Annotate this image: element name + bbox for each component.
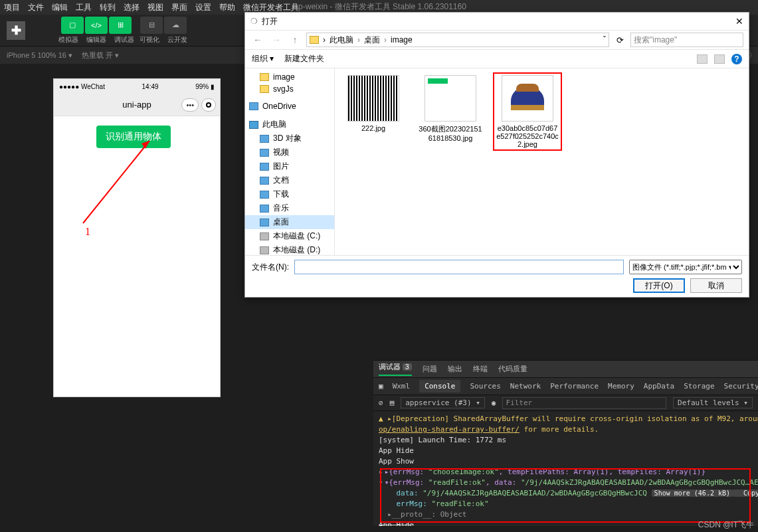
tree-item[interactable]: 视频 xyxy=(245,145,334,159)
tree-label: 此电脑 xyxy=(262,119,286,130)
tree-item[interactable]: 此电脑 xyxy=(245,118,334,132)
tree-item[interactable]: 音乐 xyxy=(245,201,334,215)
up-button[interactable]: ↑ xyxy=(288,35,302,45)
file-grid[interactable]: 222.jpg360截图20230215161818530.jpge30ab0c… xyxy=(335,68,749,255)
carrier-label: ●●●●● WeChat xyxy=(59,83,105,90)
annotation-box-3 xyxy=(380,468,751,523)
tree-item[interactable]: 下载 xyxy=(245,187,334,201)
filter-input[interactable]: Filter xyxy=(502,397,666,409)
inspect-icon[interactable]: ▣ xyxy=(379,382,383,391)
tree-label: 3D 对象 xyxy=(273,133,302,144)
chevron-down-icon[interactable]: ˇ xyxy=(603,35,606,44)
tree-item[interactable]: 文档 xyxy=(245,173,334,187)
levels-select[interactable]: Default levels ▾ xyxy=(673,397,753,408)
recognize-button[interactable]: 识别通用物体 xyxy=(96,126,171,148)
help-icon[interactable]: ? xyxy=(731,54,742,64)
menu-goto[interactable]: 转到 xyxy=(100,2,116,13)
tab-security[interactable]: Security xyxy=(724,382,758,391)
menu-wxdev[interactable]: 微信开发者工具 xyxy=(243,2,299,13)
menu-select[interactable]: 选择 xyxy=(124,2,140,13)
tree-label: 图片 xyxy=(273,161,289,172)
tab-appdata[interactable]: AppData xyxy=(644,382,674,391)
menu-help[interactable]: 帮助 xyxy=(219,2,235,13)
tree-item[interactable]: svgJs xyxy=(245,83,334,95)
file-item[interactable]: 360截图20230215161818530.jpg xyxy=(419,75,482,142)
tab-terminal[interactable]: 终端 xyxy=(473,364,488,374)
simulator-button[interactable]: ▢ xyxy=(61,17,84,34)
console-toolbar: ⊘ ▤ appservice (#3) ▾ ◉ Filter Default l… xyxy=(373,395,758,411)
tree-item[interactable]: 图片 xyxy=(245,159,334,173)
view-icon-2[interactable] xyxy=(714,54,725,64)
file-name: e30ab0c85c07d67e527f025252c740c2.jpeg xyxy=(496,124,559,148)
tab-quality[interactable]: 代码质量 xyxy=(498,364,527,374)
folder-icon xyxy=(260,73,269,81)
folder-icon xyxy=(260,177,269,185)
debugger-button[interactable]: ⊞ xyxy=(109,17,132,34)
annotation-1: 1 xyxy=(85,226,90,238)
clear-icon[interactable]: ⊘ xyxy=(379,399,383,407)
tree-item[interactable]: 桌面 xyxy=(245,215,334,229)
menu-file[interactable]: 文件 xyxy=(28,2,44,13)
tab-storage[interactable]: Storage xyxy=(684,382,714,391)
menu-ui[interactable]: 界面 xyxy=(171,2,187,13)
folder-icon xyxy=(260,232,269,240)
tab-console[interactable]: Console xyxy=(419,380,460,393)
organize-button[interactable]: 组织 ▾ xyxy=(252,53,274,64)
tab-performance[interactable]: Performance xyxy=(550,382,599,391)
back-button[interactable]: ← xyxy=(250,35,265,45)
folder-icon xyxy=(260,191,269,199)
editor-button[interactable]: </> xyxy=(85,17,108,34)
menu-tools[interactable]: 工具 xyxy=(76,2,92,13)
tab-sources[interactable]: Sources xyxy=(470,382,500,391)
crumb-pc[interactable]: 此电脑 xyxy=(330,35,353,46)
tab-memory[interactable]: Memory xyxy=(608,382,634,391)
search-input[interactable]: 搜索"image" xyxy=(630,33,743,47)
tree-item[interactable]: 本地磁盘 (D:) xyxy=(245,243,334,255)
tab-issues[interactable]: 问题 xyxy=(423,364,437,374)
tree-label: 本地磁盘 (C:) xyxy=(273,230,320,242)
menu-settings[interactable]: 设置 xyxy=(195,2,211,13)
folder-tree[interactable]: imagesvgJsOneDrive此电脑3D 对象视频图片文档下载音乐桌面本地… xyxy=(245,68,335,255)
cap-sim: 模拟器 xyxy=(58,35,78,44)
file-open-dialog: ❍ 打开 ✕ ← → ↑ › 此电脑 › 桌面 › image ˇ ⟳ 搜索"i… xyxy=(244,12,749,298)
filename-input[interactable] xyxy=(294,260,624,274)
menu-view[interactable]: 视图 xyxy=(147,2,163,13)
new-folder-button[interactable]: 新建文件夹 xyxy=(284,53,324,64)
tab-network[interactable]: Network xyxy=(510,382,541,391)
breadcrumb[interactable]: › 此电脑 › 桌面 › image ˇ xyxy=(306,33,609,47)
file-item[interactable]: 222.jpg xyxy=(341,75,405,132)
menu-edit[interactable]: 编辑 xyxy=(52,2,68,13)
sidebar-icon[interactable]: ▤ xyxy=(390,399,395,407)
hot-reload-select[interactable]: 热重载 开 ▾ xyxy=(82,50,119,60)
menu-project[interactable]: 项目 xyxy=(4,2,20,13)
cap-edit: 编辑器 xyxy=(86,35,106,44)
tree-label: 文档 xyxy=(273,175,289,186)
tab-output[interactable]: 输出 xyxy=(448,364,462,374)
crumb-image[interactable]: image xyxy=(391,35,413,44)
cancel-button[interactable]: 取消 xyxy=(690,278,742,293)
tab-wxml[interactable]: Wxml xyxy=(393,382,411,391)
file-item[interactable]: e30ab0c85c07d67e527f025252c740c2.jpeg xyxy=(496,75,559,148)
refresh-icon[interactable]: ⟳ xyxy=(613,35,626,45)
view-icon-1[interactable] xyxy=(697,54,708,64)
tree-item[interactable]: 3D 对象 xyxy=(245,132,334,145)
thumbnail xyxy=(502,75,553,122)
cloud-button[interactable]: ☁ xyxy=(164,17,187,34)
filter-select[interactable]: 图像文件 (*.tiff;*.pjp;*.jfif;*.bm ▾ xyxy=(629,260,742,274)
capsule-menu[interactable]: ••• xyxy=(181,98,199,112)
context-select[interactable]: appservice (#3) ▾ xyxy=(401,397,485,408)
tree-item[interactable]: 本地磁盘 (C:) xyxy=(245,229,334,243)
crumb-desktop[interactable]: 桌面 xyxy=(364,35,380,46)
folder-icon xyxy=(260,205,269,213)
visual-button[interactable]: ⊟ xyxy=(140,17,163,34)
open-button[interactable]: 打开(O) xyxy=(633,278,685,293)
tree-item[interactable]: image xyxy=(245,71,334,83)
close-icon[interactable]: ✕ xyxy=(735,16,743,27)
tab-debugger[interactable]: 调试器 3 xyxy=(379,362,412,376)
capsule-close[interactable] xyxy=(201,98,216,112)
forward-button[interactable]: → xyxy=(269,35,284,45)
tree-item[interactable]: OneDrive xyxy=(245,100,334,112)
folder-icon xyxy=(260,149,269,157)
device-select[interactable]: iPhone 5 100% 16 ▾ xyxy=(7,51,72,60)
eye-icon[interactable]: ◉ xyxy=(492,399,496,407)
